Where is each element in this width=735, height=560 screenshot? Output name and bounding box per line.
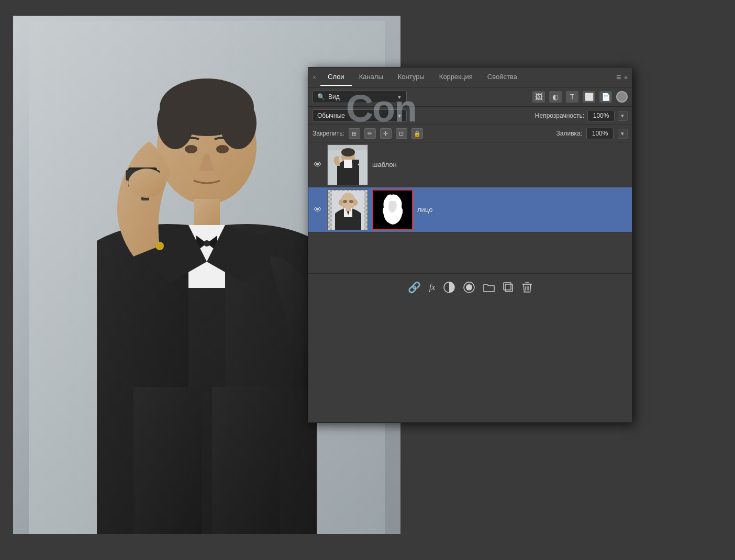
fill-arrow-btn[interactable]: ▼ — [618, 129, 628, 139]
link-button[interactable]: 🔗 — [408, 281, 421, 294]
tab-corrections[interactable]: Коррекция — [432, 69, 480, 86]
panel-menu-btn[interactable]: ≡ — [616, 73, 621, 82]
svg-rect-22 — [344, 160, 352, 168]
svg-point-15 — [155, 242, 164, 250]
layer-face-mask-thumbnail[interactable] — [372, 189, 413, 230]
filter-icons-group: 🖼 ◐ T ⬜ 📄 — [532, 91, 628, 103]
filter-toggle[interactable] — [616, 91, 628, 103]
blend-mode-row: Обычные ▼ Непрозрачность: 100% ▼ — [308, 107, 632, 125]
mask-content — [373, 191, 412, 229]
svg-point-21 — [341, 148, 355, 156]
filter-row: 🔍 Вид ▼ 🖼 ◐ T ⬜ 📄 — [308, 87, 632, 107]
tab-layers[interactable]: Слои — [320, 69, 352, 86]
layer-face-visibility-btn[interactable]: 👁 — [313, 205, 323, 215]
lock-all-btn[interactable]: 🔒 — [411, 128, 423, 139]
duplicate-layer-button[interactable] — [503, 282, 514, 293]
filter-icon-type[interactable]: T — [566, 91, 578, 103]
svg-rect-16 — [133, 387, 202, 534]
svg-rect-23 — [352, 160, 359, 164]
fx-button[interactable]: fx — [429, 283, 436, 292]
panel-close-btn[interactable]: × — [313, 74, 316, 81]
svg-rect-17 — [212, 387, 280, 534]
layer-template-name: шаблон — [372, 161, 628, 169]
layer-face-thumbnail — [327, 189, 368, 230]
svg-point-10 — [204, 240, 210, 247]
tab-channels[interactable]: Каналы — [352, 69, 391, 86]
delete-layer-button[interactable] — [522, 282, 532, 293]
filter-icon-image[interactable]: 🖼 — [532, 91, 545, 103]
opacity-label: Непрозрачность: — [535, 112, 584, 119]
panel-collapse-btn[interactable]: « — [624, 74, 628, 81]
blend-arrow-icon: ▼ — [397, 113, 402, 119]
layers-panel: × Слои Каналы Контуры Коррекция Свойства… — [308, 67, 632, 423]
layer-template[interactable]: 👁 шаблон — [308, 142, 632, 187]
filter-label: Вид — [328, 93, 340, 100]
mask-button[interactable] — [463, 282, 475, 293]
panel-tabs-bar: × Слои Каналы Контуры Коррекция Свойства… — [308, 68, 632, 87]
filter-dropdown[interactable]: 🔍 Вид ▼ — [313, 91, 407, 103]
lock-label: Закрепить: — [313, 130, 344, 137]
svg-point-4 — [157, 97, 194, 149]
filter-icon-adjustment[interactable]: ◐ — [549, 91, 562, 103]
filter-icon-shape[interactable]: ⬜ — [583, 91, 595, 103]
opacity-arrow-btn[interactable]: ▼ — [618, 111, 628, 121]
layer-face-name: лицо — [417, 206, 628, 214]
svg-point-33 — [349, 200, 353, 203]
svg-rect-40 — [505, 284, 513, 292]
lock-artboard-btn[interactable]: ⊡ — [396, 128, 407, 139]
layer-template-thumbnail — [327, 144, 368, 185]
svg-point-6 — [185, 145, 197, 153]
svg-point-32 — [343, 200, 347, 203]
svg-rect-41 — [504, 283, 511, 290]
tab-properties[interactable]: Свойства — [480, 69, 525, 86]
svg-point-30 — [339, 199, 343, 206]
svg-point-31 — [353, 199, 358, 206]
filter-arrow-icon: ▼ — [397, 94, 402, 100]
lock-position-btn[interactable]: ✛ — [380, 128, 392, 139]
tab-paths[interactable]: Контуры — [391, 69, 432, 86]
layer-template-visibility-btn[interactable]: 👁 — [313, 160, 323, 170]
blend-mode-label: Обычные — [317, 112, 345, 119]
adjustment-layer-button[interactable] — [443, 282, 455, 293]
svg-point-7 — [216, 145, 229, 153]
svg-point-39 — [466, 284, 472, 290]
blend-mode-dropdown[interactable]: Обычные ▼ — [313, 109, 407, 122]
lock-row: Закрепить: ⊞ ✏ ✛ ⊡ 🔒 Заливка: 100% ▼ — [308, 125, 632, 142]
fill-label: Заливка: — [556, 130, 583, 137]
svg-point-5 — [220, 97, 257, 149]
lock-transparent-btn[interactable]: ⊞ — [349, 128, 360, 139]
layer-face[interactable]: 👁 — [308, 187, 632, 232]
fill-value[interactable]: 100% — [586, 128, 614, 139]
search-icon: 🔍 — [317, 93, 325, 100]
layers-list: 👁 шаблон — [308, 142, 632, 273]
opacity-value[interactable]: 100% — [587, 110, 615, 121]
svg-rect-35 — [346, 207, 351, 211]
lock-image-btn[interactable]: ✏ — [364, 128, 376, 139]
panel-footer: 🔗 fx — [308, 273, 632, 300]
folder-button[interactable] — [483, 283, 495, 292]
filter-icon-smart[interactable]: 📄 — [599, 91, 612, 103]
svg-point-14 — [128, 169, 165, 198]
